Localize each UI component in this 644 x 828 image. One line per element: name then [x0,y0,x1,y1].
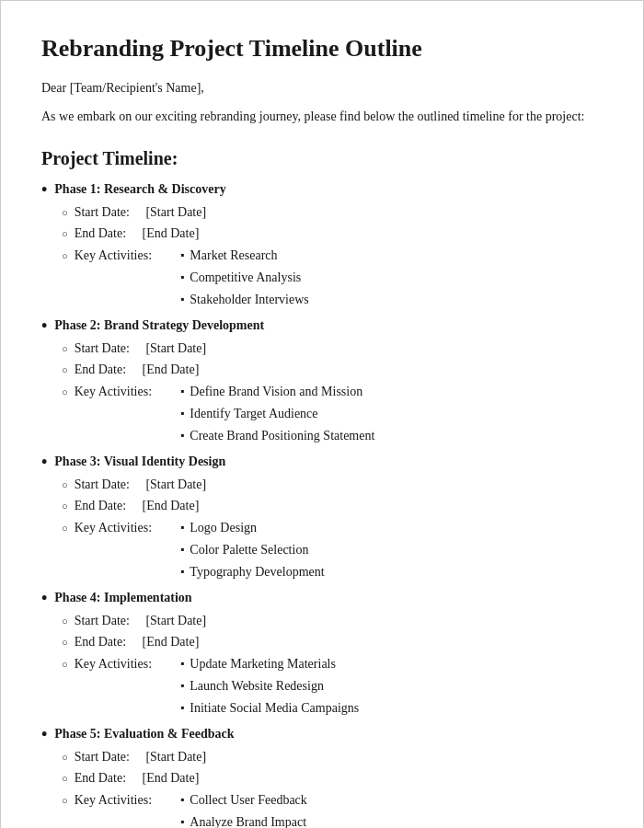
phase-details-1: Start Date: [Start Date]End Date: [End D… [62,201,603,311]
start-label: Start Date: [75,746,130,768]
end-label: End Date: [75,495,126,517]
start-label: Start Date: [75,201,130,224]
phase-label-2: Phase 2: Brand Strategy Development [41,318,603,334]
end-label: End Date: [75,767,126,789]
end-value: [End Date] [143,631,200,653]
phase-item-2: Phase 2: Brand Strategy DevelopmentStart… [41,318,603,447]
start-label: Start Date: [75,610,130,632]
phase-label-4: Phase 4: Implementation [41,591,603,606]
activities-list-5: Collect User FeedbackAnalyze Brand Impac… [180,789,349,828]
activity-item-2-2: Identify Target Audience [180,403,374,425]
start-value: [Start Date] [145,610,206,632]
activity-item-1-1: Market Research [180,245,309,267]
start-value: [Start Date] [145,338,206,360]
activities-list-2: Define Brand Vision and MissionIdentify … [180,381,374,446]
document-title: Rebranding Project Timeline Outline [41,34,603,63]
phase-item-5: Phase 5: Evaluation & FeedbackStart Date… [41,727,603,828]
activity-item-5-2: Analyze Brand Impact [180,811,349,828]
end-value: [End Date] [143,359,200,381]
start-value: [Start Date] [145,746,206,768]
timeline-list: Phase 1: Research & DiscoveryStart Date:… [41,182,603,828]
end-label: End Date: [75,631,126,653]
key-activities-text: Key Activities: [75,381,152,403]
activity-item-4-2: Launch Website Redesign [180,675,359,697]
phase-start-3: Start Date: [Start Date] [62,474,603,496]
phase-item-4: Phase 4: ImplementationStart Date: [Star… [41,591,603,719]
phase-label-3: Phase 3: Visual Identity Design [41,454,603,470]
activity-item-3-3: Typography Development [180,561,325,583]
activity-item-3-2: Color Palette Selection [180,539,325,561]
key-activities-text: Key Activities: [75,789,152,811]
start-label: Start Date: [75,474,130,496]
phase-key-activities-label-5: Key Activities:Collect User FeedbackAnal… [62,789,603,828]
end-label: End Date: [75,223,126,245]
phase-start-2: Start Date: [Start Date] [62,338,603,360]
activity-item-2-3: Create Brand Positioning Statement [180,425,374,447]
phase-end-2: End Date: [End Date] [62,359,603,381]
key-activities-text: Key Activities: [75,517,152,539]
phase-details-2: Start Date: [Start Date]End Date: [End D… [62,338,603,447]
phase-item-3: Phase 3: Visual Identity DesignStart Dat… [41,454,603,583]
end-value: [End Date] [143,223,200,245]
activity-item-5-1: Collect User Feedback [180,789,349,811]
activity-item-1-3: Stakeholder Interviews [180,289,309,311]
phase-details-4: Start Date: [Start Date]End Date: [End D… [62,610,603,719]
phase-end-5: End Date: [End Date] [62,767,603,789]
phase-start-1: Start Date: [Start Date] [62,201,603,224]
activity-item-4-3: Initiate Social Media Campaigns [180,697,359,719]
phase-end-4: End Date: [End Date] [62,631,603,653]
salutation: Dear [Team/Recipient's Name], [41,81,603,96]
phase-label-5: Phase 5: Evaluation & Feedback [41,727,603,742]
page-container: Rebranding Project Timeline Outline Dear… [0,0,644,828]
phase-end-1: End Date: [End Date] [62,223,603,245]
phase-details-5: Start Date: [Start Date]End Date: [End D… [62,746,603,828]
section-title: Project Timeline: [41,148,603,169]
phase-end-3: End Date: [End Date] [62,495,603,517]
key-activities-text: Key Activities: [75,245,152,267]
activity-item-1-2: Competitive Analysis [180,267,309,289]
activities-list-1: Market ResearchCompetitive AnalysisStake… [180,245,309,310]
activities-list-4: Update Marketing MaterialsLaunch Website… [180,653,359,719]
phase-details-3: Start Date: [Start Date]End Date: [End D… [62,474,603,583]
phase-key-activities-label-4: Key Activities:Update Marketing Material… [62,653,603,719]
phase-key-activities-label-2: Key Activities:Define Brand Vision and M… [62,381,603,446]
end-value: [End Date] [143,767,200,789]
activity-item-3-1: Logo Design [180,517,325,539]
intro-text: As we embark on our exciting rebranding … [41,107,603,127]
key-activities-text: Key Activities: [75,653,152,675]
phase-item-1: Phase 1: Research & DiscoveryStart Date:… [41,182,603,311]
phase-key-activities-label-1: Key Activities:Market ResearchCompetitiv… [62,245,603,310]
start-label: Start Date: [75,338,130,360]
activity-item-4-1: Update Marketing Materials [180,653,359,675]
phase-key-activities-label-3: Key Activities:Logo DesignColor Palette … [62,517,603,582]
start-value: [Start Date] [145,474,206,496]
end-label: End Date: [75,359,126,381]
activities-list-3: Logo DesignColor Palette SelectionTypogr… [180,517,325,582]
phase-label-1: Phase 1: Research & Discovery [41,182,603,198]
phase-start-5: Start Date: [Start Date] [62,746,603,768]
activity-item-2-1: Define Brand Vision and Mission [180,381,374,403]
start-value: [Start Date] [145,201,206,224]
end-value: [End Date] [143,495,200,517]
phase-start-4: Start Date: [Start Date] [62,610,603,632]
